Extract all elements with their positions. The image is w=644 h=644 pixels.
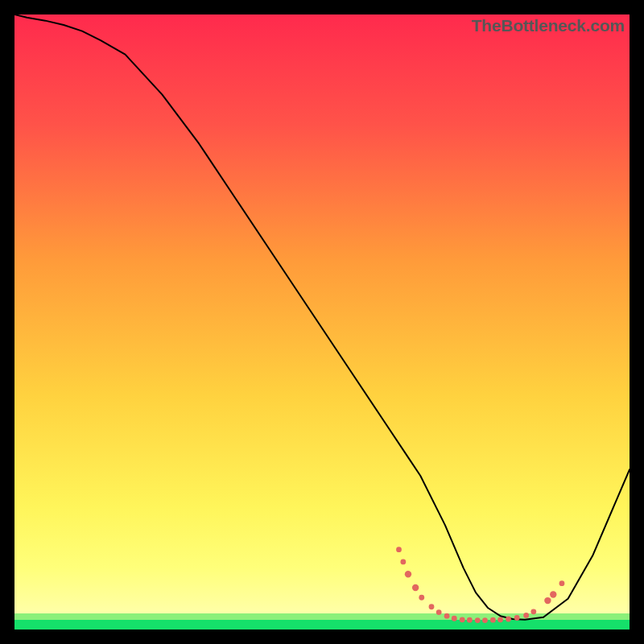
baseline-green-band	[14, 620, 630, 630]
marker-dot	[436, 609, 442, 615]
marker-dot	[396, 547, 402, 552]
marker-dot	[452, 616, 457, 621]
marker-dot	[412, 584, 419, 591]
marker-dot	[523, 613, 529, 618]
marker-dot	[482, 617, 488, 623]
marker-dot	[506, 617, 511, 622]
marker-dot	[419, 595, 424, 601]
marker-dot	[467, 617, 473, 623]
marker-dot	[400, 559, 406, 565]
marker-dot	[490, 617, 496, 623]
marker-dot	[530, 609, 536, 614]
marker-dot	[444, 613, 450, 619]
marker-dot	[405, 571, 411, 577]
marker-dot	[544, 597, 551, 604]
bottleneck-chart	[14, 14, 630, 630]
gradient-background	[14, 14, 630, 630]
marker-dot	[475, 617, 481, 623]
marker-dot	[429, 604, 435, 609]
marker-dot	[514, 615, 520, 621]
chart-frame: TheBottleneck.com	[14, 14, 630, 630]
marker-dot	[559, 580, 565, 586]
marker-dot	[550, 591, 556, 597]
marker-dot	[460, 617, 465, 622]
baseline-green-fade	[14, 613, 630, 620]
watermark-text: TheBottleneck.com	[472, 16, 625, 35]
marker-dot	[497, 617, 503, 622]
